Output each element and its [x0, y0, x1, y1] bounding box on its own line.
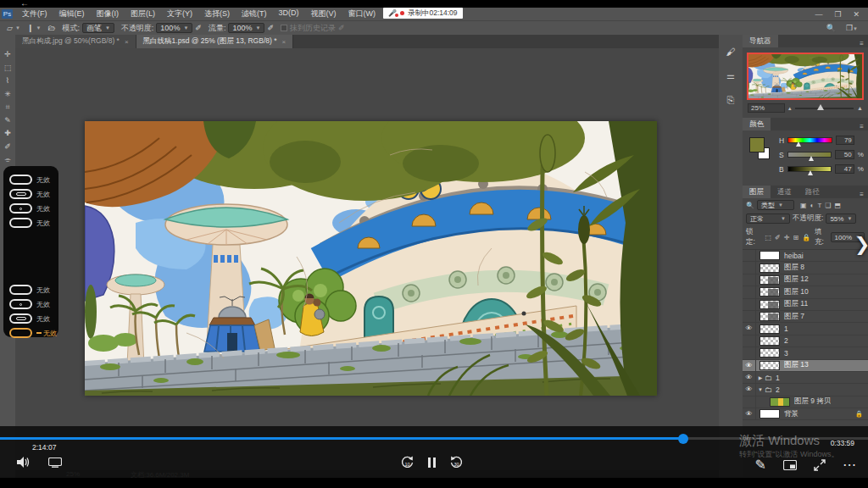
- layer-visibility-toggle[interactable]: [743, 347, 756, 358]
- airbrush-icon[interactable]: ✐: [267, 24, 274, 32]
- screen-share-icon[interactable]: [48, 458, 62, 468]
- menu-item-type[interactable]: 文字(Y): [161, 8, 198, 19]
- layer-row-2[interactable]: 图层 12: [743, 274, 868, 286]
- layer-row-5[interactable]: 图层 7: [743, 311, 868, 323]
- opacity-select[interactable]: 100%▼: [156, 23, 192, 33]
- blend-mode-select[interactable]: 正常▼: [746, 214, 790, 224]
- brushes-panel-icon[interactable]: 🖌: [726, 47, 736, 57]
- layer-thumbnail[interactable]: [760, 251, 780, 260]
- layer-thumbnail[interactable]: [760, 336, 780, 346]
- pressure-opacity-icon[interactable]: ✐: [195, 24, 202, 32]
- layer-thumbnail[interactable]: [760, 409, 780, 419]
- canvas-artwork[interactable]: [85, 121, 657, 396]
- clone-source-icon[interactable]: ⎘: [727, 95, 735, 106]
- layer-visibility-toggle[interactable]: 👁: [743, 372, 756, 383]
- layer-visibility-toggle[interactable]: [743, 286, 756, 297]
- navigator-zoom-slider[interactable]: [795, 108, 854, 109]
- menu-item-3d[interactable]: 3D(D): [273, 8, 305, 19]
- layer-visibility-toggle[interactable]: 👁: [743, 360, 756, 371]
- tab-channels[interactable]: 通道: [771, 186, 798, 198]
- menu-item-layer[interactable]: 图层(L): [125, 8, 161, 19]
- window-close-button[interactable]: ✕: [853, 10, 860, 19]
- tab-doc-2[interactable]: 黑白线稿1.psd @ 25% (图层 13, RGB/8) *×: [136, 35, 294, 48]
- layer-filter-select[interactable]: 类型▼: [757, 200, 794, 210]
- layer-opacity-select[interactable]: 55%▼: [826, 214, 856, 224]
- zoom-out-icon[interactable]: ▴: [788, 105, 792, 112]
- layer-name[interactable]: 2: [776, 385, 780, 394]
- lock-artboard-icon[interactable]: ⊞: [793, 234, 798, 241]
- layer-thumbnail[interactable]: [760, 275, 780, 285]
- layer-visibility-toggle[interactable]: [743, 274, 756, 286]
- layer-name[interactable]: 1: [776, 374, 780, 382]
- tab-layers[interactable]: 图层: [743, 186, 771, 198]
- layer-row-1[interactable]: 图层 8: [743, 262, 868, 274]
- stroke-swatch-icon[interactable]: [9, 218, 32, 228]
- menu-item-edit[interactable]: 编辑(E): [53, 8, 91, 19]
- stroke-swatch-icon[interactable]: [9, 313, 32, 324]
- erase-history-checkbox[interactable]: [281, 25, 287, 31]
- layer-name[interactable]: 图层 12: [784, 274, 809, 285]
- layer-visibility-toggle[interactable]: 👁: [743, 384, 756, 395]
- layer-name[interactable]: 图层 7: [784, 312, 804, 322]
- slider-handle[interactable]: [817, 104, 824, 110]
- fullscreen-button[interactable]: [814, 459, 826, 471]
- layer-visibility-toggle[interactable]: [743, 299, 756, 310]
- filter-image-icon[interactable]: ▣: [800, 202, 807, 209]
- navigator-proxy-rect[interactable]: [747, 53, 864, 100]
- hue-value[interactable]: 79: [836, 136, 854, 145]
- search-icon[interactable]: 🔍: [826, 24, 836, 32]
- slider-handle[interactable]: [808, 170, 813, 175]
- layer-name[interactable]: 2: [784, 336, 788, 345]
- chevron-down-icon[interactable]: ▼: [15, 25, 20, 30]
- menu-item-image[interactable]: 图像(I): [91, 8, 125, 19]
- back-arrow-icon[interactable]: ←: [20, 0, 29, 8]
- tab-color[interactable]: 颜色: [743, 118, 771, 130]
- layer-visibility-toggle[interactable]: 👁: [743, 323, 756, 334]
- layer-thumbnail[interactable]: [760, 300, 780, 309]
- stroke-preset-item-0[interactable]: 无效: [9, 173, 58, 186]
- brush-tool-icon[interactable]: ✐: [2, 142, 14, 152]
- stroke-swatch-icon[interactable]: [9, 328, 32, 338]
- layer-row-6[interactable]: 👁1: [743, 323, 868, 335]
- filter-type-icon[interactable]: T: [817, 202, 821, 209]
- crop-tool-icon[interactable]: ⌗: [2, 103, 14, 112]
- layer-thumbnail[interactable]: [760, 324, 780, 334]
- stroke-swatch-icon[interactable]: [9, 285, 32, 295]
- layer-row-7[interactable]: 2: [743, 336, 868, 347]
- layer-name[interactable]: 1: [784, 324, 788, 333]
- marquee-tool-icon[interactable]: ⬚: [2, 64, 14, 73]
- menu-item-view[interactable]: 视图(V): [305, 8, 342, 19]
- flow-select[interactable]: 100%▼: [228, 23, 264, 33]
- layer-visibility-toggle[interactable]: [743, 262, 756, 273]
- layer-row-0[interactable]: heibai: [743, 250, 868, 262]
- mode-select[interactable]: 画笔▼: [82, 23, 114, 33]
- window-minimize-button[interactable]: —: [815, 10, 822, 19]
- lock-all-icon[interactable]: 🔒: [802, 234, 810, 241]
- skip-back-10-button[interactable]: 10: [400, 455, 415, 469]
- close-icon[interactable]: ×: [282, 38, 287, 46]
- chevron-down-icon[interactable]: ▼: [36, 25, 41, 30]
- pip-button[interactable]: [783, 460, 797, 470]
- group-collapsed-arrow-icon[interactable]: ▶: [756, 374, 765, 380]
- layer-row-11[interactable]: 👁▼🗀2: [743, 384, 868, 396]
- layer-row-8[interactable]: 3: [743, 347, 868, 359]
- wand-tool-icon[interactable]: ✳: [2, 90, 14, 99]
- layer-name[interactable]: 图层 11: [784, 299, 808, 309]
- pressure-size-icon[interactable]: ✐: [338, 24, 345, 32]
- video-progress-track[interactable]: [0, 437, 868, 440]
- layer-thumbnail[interactable]: [760, 361, 780, 370]
- eyedropper-tool-icon[interactable]: ✎: [2, 116, 14, 125]
- layer-row-4[interactable]: 图层 11: [743, 299, 868, 311]
- foreground-color-swatch[interactable]: [749, 137, 765, 152]
- slider-handle[interactable]: [809, 156, 814, 161]
- close-icon[interactable]: ×: [125, 38, 129, 46]
- video-progress-handle[interactable]: [678, 434, 688, 444]
- menu-item-window[interactable]: 窗口(W): [342, 8, 382, 19]
- heal-tool-icon[interactable]: ✚: [2, 129, 14, 138]
- lock-position-icon[interactable]: ✛: [784, 234, 790, 241]
- panel-menu-icon[interactable]: ≡: [860, 191, 868, 198]
- slider-handle[interactable]: [796, 141, 801, 147]
- layer-name[interactable]: 图层 13: [784, 360, 809, 370]
- stroke-swatch-icon[interactable]: [9, 189, 32, 199]
- stroke-preset-item-4[interactable]: 无效: [9, 283, 58, 297]
